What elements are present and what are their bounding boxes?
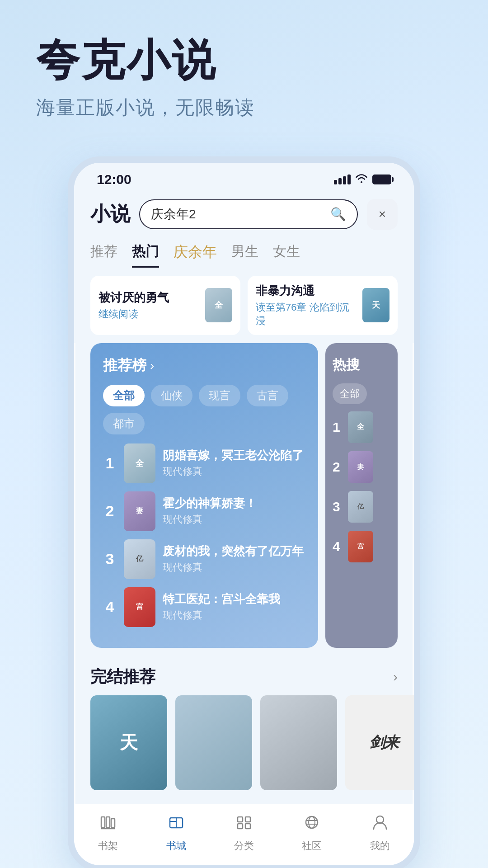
rec-book-2[interactable]: 2 妻 霍少的神算娇妻！ 现代修真 [103, 491, 305, 531]
hot-item-1[interactable]: 1 全 [333, 411, 390, 443]
reading-card-2[interactable]: 非暴力沟通 读至第76章 沦陷到沉浸 天 [248, 276, 398, 335]
phone-screen: 12:00 小说 [68, 156, 420, 868]
filter-pill-all[interactable]: 全部 [103, 385, 145, 406]
rec-book-3[interactable]: 3 亿 废材的我，突然有了亿万年 现代修真 [103, 539, 305, 579]
hot-book-cover-2: 妻 [348, 451, 373, 483]
nav-community[interactable]: 社区 [278, 813, 346, 853]
search-text: 庆余年2 [151, 206, 325, 223]
reading-card-1-action: 继续阅读 [99, 307, 199, 321]
svg-point-9 [306, 816, 318, 828]
wifi-icon [355, 173, 368, 186]
filter-pill-guyan[interactable]: 古言 [247, 385, 288, 406]
rec-book-1[interactable]: 1 全 阴婚喜嫁，冥王老公沦陷了 现代修真 [103, 443, 305, 483]
nav-bookshelf-label: 书架 [98, 839, 118, 853]
app-tagline: 海量正版小说，无限畅读 [36, 95, 461, 120]
svg-rect-2 [111, 819, 115, 828]
nav-category[interactable]: 分类 [210, 813, 278, 853]
svg-rect-1 [106, 817, 110, 828]
bookstore-icon [167, 813, 185, 835]
rank-3: 3 [103, 550, 117, 568]
rank-4: 4 [103, 598, 117, 616]
top-bar: 小说 庆余年2 🔍 × [74, 192, 414, 237]
bottom-nav: 书架 书城 [74, 804, 414, 865]
rec-panel: 推荐榜 › 全部 仙侠 现言 古言 都市 1 全 阴婚喜嫁，冥王老公沦陷了 现 [90, 343, 318, 648]
hot-panel: 热搜 全部 1 全 2 妻 3 亿 4 宫 [325, 343, 398, 648]
hot-filter-pills: 全部 [333, 383, 390, 404]
completed-title: 完结推荐 [90, 666, 155, 688]
main-content-row: 推荐榜 › 全部 仙侠 现言 古言 都市 1 全 阴婚喜嫁，冥王老公沦陷了 现 [74, 343, 414, 648]
reading-card-1-cover: 全 [205, 288, 232, 322]
completed-section-header: 完结推荐 › [74, 657, 414, 695]
nav-profile[interactable]: 我的 [346, 813, 414, 853]
tab-hot[interactable]: 热门 [132, 242, 159, 268]
completed-book-3[interactable] [260, 695, 337, 790]
svg-rect-8 [245, 824, 250, 829]
phone-mockup: 12:00 小说 [0, 156, 488, 868]
tab-male[interactable]: 男生 [231, 242, 258, 268]
completed-book-1[interactable]: 天 [90, 695, 167, 790]
hot-rank-1: 1 [333, 420, 343, 435]
tab-recommend[interactable]: 推荐 [90, 242, 117, 268]
bookshelf-icon [99, 813, 117, 835]
book-info-2: 霍少的神算娇妻！ 现代修真 [163, 496, 305, 527]
tab-qingyunian[interactable]: 庆余年 [174, 242, 217, 268]
nav-community-label: 社区 [302, 839, 322, 853]
reading-card-1-title: 被讨厌的勇气 [99, 290, 199, 306]
hot-panel-title: 热搜 [333, 356, 390, 374]
nav-category-label: 分类 [234, 839, 254, 853]
category-icon [235, 813, 253, 835]
book-cover-2: 妻 [124, 491, 155, 531]
book-title-2: 霍少的神算娇妻！ [163, 496, 305, 511]
filter-pill-dushi[interactable]: 都市 [103, 413, 145, 434]
reading-card-2-title: 非暴力沟通 [256, 283, 356, 299]
community-icon [303, 813, 321, 835]
reading-card-1[interactable]: 被讨厌的勇气 继续阅读 全 [90, 276, 240, 335]
svg-rect-6 [245, 817, 250, 822]
hot-item-2[interactable]: 2 妻 [333, 451, 390, 483]
nav-bookshelf[interactable]: 书架 [74, 813, 142, 853]
hot-item-3[interactable]: 3 亿 [333, 491, 390, 523]
svg-point-10 [309, 816, 315, 828]
tab-bar: 推荐 热门 庆余年 男生 女生 [74, 237, 414, 268]
svg-point-13 [376, 816, 384, 823]
book-cover-4: 宫 [124, 587, 155, 627]
hot-book-cover-1: 全 [348, 411, 373, 443]
completed-book-4[interactable]: 剑来 [345, 695, 414, 790]
filter-pill-xianxia[interactable]: 仙侠 [151, 385, 192, 406]
hot-rank-3: 3 [333, 499, 343, 514]
hot-book-cover-4: 宫 [348, 531, 373, 562]
completed-arrow[interactable]: › [393, 669, 398, 684]
search-bar[interactable]: 庆余年2 🔍 [139, 199, 358, 229]
status-bar: 12:00 [74, 163, 414, 192]
book-title-3: 废材的我，突然有了亿万年 [163, 544, 305, 559]
reading-card-1-info: 被讨厌的勇气 继续阅读 [99, 290, 199, 321]
book-genre-4: 现代修真 [163, 609, 305, 622]
rec-book-4[interactable]: 4 宫 特工医妃：宫斗全靠我 现代修真 [103, 587, 305, 627]
rec-panel-arrow[interactable]: › [150, 359, 154, 373]
filter-pill-xianyuan[interactable]: 现言 [199, 385, 240, 406]
book-info-1: 阴婚喜嫁，冥王老公沦陷了 现代修真 [163, 448, 305, 479]
rec-filter-pills: 全部 仙侠 现言 古言 都市 [103, 385, 305, 434]
hot-item-4[interactable]: 4 宫 [333, 531, 390, 562]
app-title: 小说 [90, 201, 130, 227]
close-button[interactable]: × [367, 199, 398, 230]
hot-filter-all[interactable]: 全部 [333, 383, 367, 404]
reading-card-2-info: 非暴力沟通 读至第76章 沦陷到沉浸 [256, 283, 356, 328]
hero-section: 夸克小说 海量正版小说，无限畅读 [0, 0, 488, 138]
book-cover-3: 亿 [124, 539, 155, 579]
completed-book-2[interactable] [175, 695, 252, 790]
search-icon[interactable]: 🔍 [330, 207, 346, 222]
svg-rect-0 [101, 817, 105, 828]
rank-2: 2 [103, 502, 117, 520]
tab-female[interactable]: 女生 [273, 242, 300, 268]
profile-icon [371, 813, 389, 835]
nav-bookstore[interactable]: 书城 [142, 813, 210, 853]
hot-rank-4: 4 [333, 539, 343, 554]
reading-card-2-cover: 天 [362, 288, 389, 322]
book-genre-2: 现代修真 [163, 513, 305, 526]
book-title-1: 阴婚喜嫁，冥王老公沦陷了 [163, 448, 305, 463]
book-title-4: 特工医妃：宫斗全靠我 [163, 592, 305, 607]
status-time: 12:00 [97, 172, 131, 187]
book-info-4: 特工医妃：宫斗全靠我 现代修真 [163, 592, 305, 623]
status-icons [334, 173, 391, 186]
